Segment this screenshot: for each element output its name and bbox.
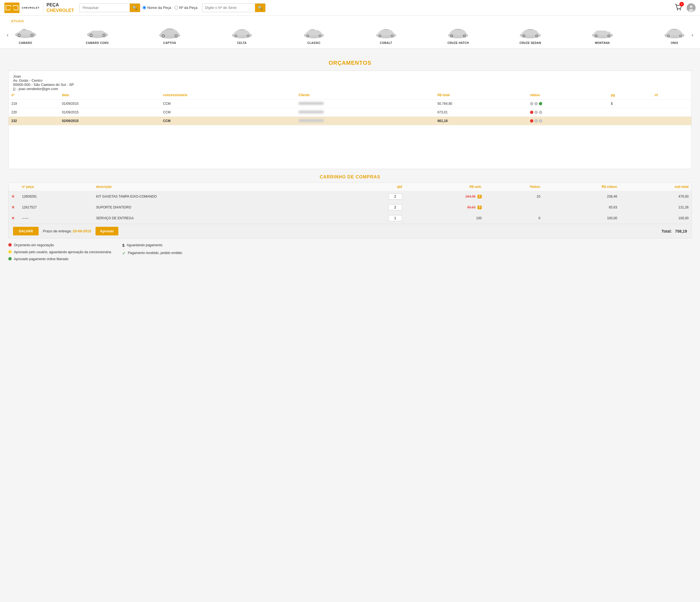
legend-item-green: Aprovado pagamento online liberado — [8, 257, 111, 262]
orcamento-row-220[interactable]: 220 01/09/2015 CCM 673,01 — [8, 108, 692, 117]
svg-point-56 — [608, 35, 609, 37]
legend-dot-red — [8, 243, 12, 246]
col-remove — [8, 183, 19, 191]
orcamento-status — [527, 117, 608, 125]
svg-point-10 — [689, 9, 694, 12]
car-item-cruze-hatch[interactable]: CRUZE HATCH — [443, 24, 473, 46]
orcamento-client — [296, 99, 435, 108]
radio-num-peca[interactable]: Nº da Peça — [174, 5, 197, 10]
remove-cell: ✕ — [8, 213, 19, 224]
car-image-celta — [229, 25, 254, 40]
radio-nome-peca[interactable]: Nome da Peça — [143, 5, 171, 10]
car-item-celta[interactable]: CELTA — [227, 24, 257, 46]
series-search-button[interactable]: 🔍 — [255, 4, 265, 12]
orcamentos-header-row: nº data concessionária Cliente R$ total … — [8, 91, 692, 99]
orcamento-status — [527, 108, 608, 117]
orcamento-client — [296, 108, 435, 117]
series-input[interactable] — [202, 4, 255, 11]
svg-point-28 — [235, 35, 236, 37]
orcamento-status — [527, 99, 608, 108]
qty-input-1[interactable] — [388, 193, 402, 199]
col-data: data — [59, 91, 160, 99]
orcamento-row-232[interactable]: 232 02/09/2015 CCM 661,18 — [8, 117, 692, 125]
header: CHEVROLET PEÇA CHEVROLET 🔍 Nome da Peça … — [0, 0, 700, 16]
car-name-montana: MONTANA — [595, 42, 610, 45]
legend-symbol-check: ✓ — [122, 251, 126, 256]
search-input[interactable] — [80, 4, 130, 11]
qty-cell-1 — [334, 191, 405, 202]
orcamento-pg — [608, 108, 652, 117]
orcamento-dealer: CCM — [160, 99, 296, 108]
user-address: Av. Goiás - Centro — [13, 78, 687, 82]
svg-point-13 — [18, 34, 20, 36]
car-image-cruze-hatch — [446, 25, 471, 40]
approve-button[interactable]: Aprovar — [96, 227, 118, 235]
peca-chevrolet-logo: PEÇA CHEVROLET — [47, 2, 74, 13]
carousel-container: ‹ CAMARO — [0, 24, 700, 46]
subtotal-1: 476,93 — [620, 191, 692, 202]
remove-button-1[interactable]: ✕ — [11, 194, 15, 199]
prazo-date: 20-09-2015 — [73, 229, 92, 233]
svg-point-18 — [90, 34, 92, 36]
svg-rect-3 — [10, 7, 14, 8]
svg-point-33 — [307, 35, 308, 37]
carousel-next[interactable]: › — [689, 29, 696, 40]
car-name-classic: CLASSIC — [307, 42, 320, 45]
legend-text-yellow: Aprovado pelo usuário, aguardando aprova… — [14, 250, 111, 255]
price-b-badge-1: B — [477, 195, 482, 198]
car-image-camaro-conv — [85, 25, 110, 40]
legend-dot-yellow — [8, 250, 12, 254]
header-icons: 0 — [674, 3, 696, 12]
car-item-cruze-sedan[interactable]: CRUZE SEDAN — [516, 24, 545, 46]
price-disc-1: 238,46 — [543, 191, 620, 202]
orcamento-date: 01/09/2015 — [59, 108, 160, 117]
qty-input-2[interactable] — [388, 204, 402, 210]
part-search-box[interactable]: 🔍 — [79, 3, 140, 12]
legend-left: Orçamento em negociação Aprovado pelo us… — [8, 243, 111, 261]
qty-input-3[interactable] — [388, 215, 402, 221]
car-image-onix — [662, 25, 687, 40]
price-b-badge-2: B — [477, 206, 482, 209]
cart-badge: 0 — [679, 2, 684, 6]
car-name-camaro-conv: CAMARO CONV. — [86, 42, 109, 45]
car-image-cobalt — [374, 25, 399, 40]
desc-3: SERVIÇO DE ENTREGA — [93, 213, 334, 224]
series-search-box[interactable]: 🔍 — [202, 3, 266, 12]
remove-button-3[interactable]: ✕ — [11, 216, 15, 220]
car-item-cobalt[interactable]: COBALT — [371, 24, 401, 46]
part-no-2: 12617527 — [19, 202, 93, 213]
orcamento-client — [296, 117, 435, 125]
cart-button[interactable]: 0 — [674, 4, 682, 12]
car-image-camaro — [13, 25, 38, 40]
cart-item-2: ✕ 12617527 SUPORTE DIANTEIRO 65,63 B 65,… — [8, 202, 692, 213]
orcamento-dealer: CCM — [160, 108, 296, 117]
car-item-montana[interactable]: MONTANA — [588, 24, 617, 46]
car-item-captiva[interactable]: CAPTIVA — [155, 24, 184, 46]
orcamento-row-219[interactable]: 219 01/09/2015 CCM 50.784,80 $ — [8, 99, 692, 108]
save-button[interactable]: SALVAR — [13, 227, 39, 235]
car-item-camaro-conv[interactable]: CAMARO CONV. — [83, 24, 112, 46]
svg-point-23 — [162, 35, 164, 37]
col-part-no: nº peça — [19, 183, 93, 191]
col-price-disc: R$ c/desc — [543, 183, 620, 191]
discount-2 — [484, 202, 543, 213]
svg-point-9 — [690, 5, 693, 8]
legend-item-check: ✓ Pagamento recebido, pedido emitido — [122, 251, 182, 256]
svg-point-7 — [680, 9, 681, 10]
carousel-label: ATUAIS — [0, 18, 700, 24]
svg-point-48 — [523, 35, 525, 37]
svg-rect-52 — [605, 32, 610, 34]
car-item-classic[interactable]: CLASSIC — [299, 24, 329, 46]
car-item-onix[interactable]: ONIX — [660, 24, 689, 46]
legend-dot-green — [8, 257, 12, 260]
search-button[interactable]: 🔍 — [130, 4, 140, 12]
car-item-camaro[interactable]: CAMARO — [11, 24, 40, 46]
user-avatar[interactable] — [687, 3, 696, 12]
remove-button-2[interactable]: ✕ — [11, 205, 15, 210]
cart-item-3: ✕ ------ SERVIÇO DE ENTREGA 100 0 100,00… — [8, 213, 692, 224]
carousel-section: ATUAIS ‹ CAMARO — [0, 16, 700, 49]
orcamentos-title: ORÇAMENTOS — [8, 60, 692, 66]
carousel-prev[interactable]: ‹ — [4, 29, 11, 40]
orcamento-nf — [652, 117, 692, 125]
svg-point-35 — [320, 35, 321, 37]
